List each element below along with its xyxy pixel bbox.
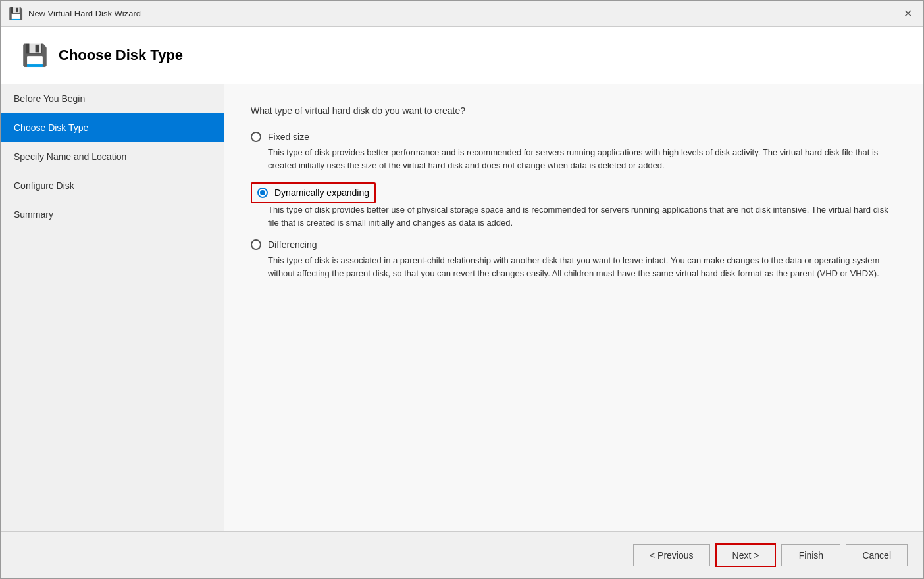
- option-fixed-size: Fixed size This type of disk provides be…: [251, 132, 897, 172]
- disk-type-options: Fixed size This type of disk provides be…: [251, 132, 897, 290]
- content-question: What type of virtual hard disk do you wa…: [251, 105, 897, 116]
- wizard-window: 💾 New Virtual Hard Disk Wizard ✕ 💾 Choos…: [0, 0, 924, 579]
- option-dynamically-expanding: Dynamically expanding This type of disk …: [251, 182, 897, 229]
- option-dynamically-expanding-desc: This type of disk provides better use of…: [268, 203, 897, 229]
- wizard-header-icon: 💾: [22, 43, 48, 68]
- wizard-header-title: Choose Disk Type: [59, 47, 183, 64]
- sidebar-item-configure-disk[interactable]: Configure Disk: [1, 171, 224, 200]
- next-button[interactable]: Next >: [715, 543, 777, 567]
- wizard-body: Before You Begin Choose Disk Type Specif…: [1, 84, 923, 531]
- title-bar-left: 💾 New Virtual Hard Disk Wizard: [9, 7, 141, 21]
- cancel-button[interactable]: Cancel: [846, 544, 908, 566]
- content-area: What type of virtual hard disk do you wa…: [224, 84, 923, 531]
- radio-fixed-size[interactable]: [251, 132, 261, 142]
- option-differencing-desc: This type of disk is associated in a par…: [268, 254, 897, 280]
- sidebar-item-before-you-begin[interactable]: Before You Begin: [1, 84, 224, 113]
- radio-differencing[interactable]: [251, 239, 261, 250]
- previous-button[interactable]: < Previous: [633, 544, 710, 566]
- title-bar: 💾 New Virtual Hard Disk Wizard ✕: [1, 1, 923, 27]
- wizard-header: 💾 Choose Disk Type: [1, 27, 923, 84]
- option-fixed-size-label[interactable]: Fixed size: [251, 132, 897, 142]
- radio-dynamically-expanding[interactable]: [257, 188, 268, 198]
- finish-button[interactable]: Finish: [781, 544, 840, 566]
- window-icon: 💾: [9, 7, 23, 21]
- wizard-footer: < Previous Next > Finish Cancel: [1, 531, 923, 578]
- sidebar: Before You Begin Choose Disk Type Specif…: [1, 84, 224, 531]
- option-differencing-label[interactable]: Differencing: [251, 239, 897, 250]
- sidebar-item-specify-name-location[interactable]: Specify Name and Location: [1, 142, 224, 171]
- option-dynamically-expanding-label[interactable]: Dynamically expanding: [251, 182, 376, 203]
- option-differencing: Differencing This type of disk is associ…: [251, 239, 897, 280]
- window-title: New Virtual Hard Disk Wizard: [28, 9, 141, 18]
- option-fixed-size-desc: This type of disk provides better perfor…: [268, 146, 897, 172]
- sidebar-item-summary[interactable]: Summary: [1, 200, 224, 229]
- sidebar-item-choose-disk-type[interactable]: Choose Disk Type: [1, 113, 224, 142]
- close-button[interactable]: ✕: [900, 6, 915, 22]
